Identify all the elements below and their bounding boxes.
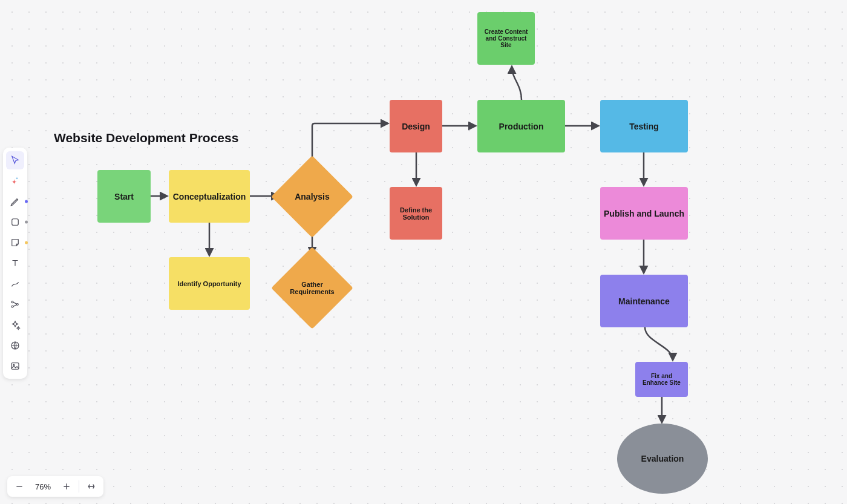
connector-icon [10, 278, 21, 289]
sparkle-icon [10, 319, 21, 330]
zoom-divider [79, 480, 79, 493]
zoom-in-button[interactable] [58, 478, 75, 495]
select-tool[interactable] [6, 151, 24, 169]
pen-icon [10, 196, 21, 207]
globe-icon [10, 340, 21, 351]
shape-color-badge [25, 221, 28, 224]
node-identify-opportunity[interactable]: Identify Opportunity [169, 257, 250, 310]
node-start[interactable]: Start [97, 170, 151, 223]
text-icon [10, 258, 21, 269]
minus-icon [15, 482, 24, 491]
svg-point-1 [11, 301, 13, 303]
node-fix-enhance[interactable]: Fix and Enhance Site [635, 362, 688, 397]
node-define-solution[interactable]: Define the Solution [390, 187, 442, 240]
sticky-icon [10, 237, 21, 248]
sticky-tool[interactable] [6, 234, 24, 252]
magic-tool[interactable] [6, 172, 24, 190]
diagram-title[interactable]: Website Development Process [54, 131, 238, 145]
zoom-bar: 76% [7, 476, 103, 497]
svg-rect-5 [11, 363, 19, 370]
node-evaluation[interactable]: Evaluation [617, 424, 708, 494]
magic-icon [10, 175, 21, 186]
cursor-icon [10, 155, 21, 166]
zoom-out-button[interactable] [11, 478, 28, 495]
node-publish-launch[interactable]: Publish and Launch [600, 187, 688, 240]
node-design[interactable]: Design [390, 100, 442, 152]
image-tool[interactable] [6, 357, 24, 375]
node-production[interactable]: Production [477, 100, 565, 152]
svg-point-3 [16, 304, 18, 306]
canvas[interactable] [0, 0, 847, 504]
square-icon [10, 217, 21, 227]
node-gather-requirements[interactable]: Gather Requirements [283, 259, 341, 317]
node-analysis[interactable]: Analysis [283, 168, 341, 226]
sparkle-tool[interactable] [6, 316, 24, 334]
pen-tool[interactable] [6, 192, 24, 211]
image-icon [10, 361, 21, 371]
fit-icon [87, 482, 96, 491]
sticky-color-badge [25, 241, 28, 244]
node-conceptualization[interactable]: Conceptualization [169, 170, 250, 223]
zoom-level-label[interactable]: 76% [30, 482, 56, 491]
graph-tool[interactable] [6, 295, 24, 313]
svg-rect-0 [12, 219, 19, 226]
node-create-content[interactable]: Create Content and Construct Site [477, 12, 535, 65]
plus-icon [62, 482, 71, 491]
node-analysis-label: Analysis [283, 168, 341, 226]
fit-to-screen-button[interactable] [83, 478, 100, 495]
connector-tool[interactable] [6, 275, 24, 293]
node-maintenance[interactable]: Maintenance [600, 275, 688, 327]
toolbar [3, 148, 27, 379]
globe-tool[interactable] [6, 336, 24, 355]
shape-tool[interactable] [6, 213, 24, 231]
graph-icon [10, 299, 21, 310]
node-testing[interactable]: Testing [600, 100, 688, 152]
node-gather-label: Gather Requirements [283, 259, 341, 317]
pen-color-badge [25, 200, 28, 203]
text-tool[interactable] [6, 254, 24, 272]
svg-point-2 [11, 306, 13, 307]
